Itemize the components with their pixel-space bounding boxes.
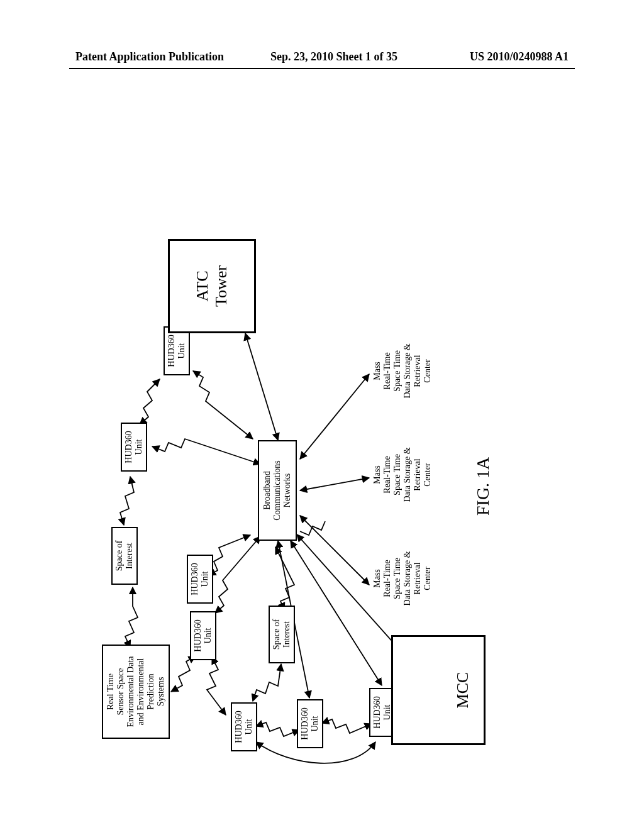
he-l2: Unit — [200, 572, 210, 587]
node-hud360-a: HUD360 Unit — [121, 423, 147, 472]
m2-l4: Data Storage & — [402, 437, 413, 512]
hatc-l2: Unit — [177, 343, 187, 359]
m1-l6: Center — [423, 541, 433, 616]
rt-l4: and Environmental — [136, 658, 146, 726]
hb-l2: Unit — [203, 628, 213, 644]
hd-l2: Unit — [310, 716, 320, 732]
node-mcc: MCC — [391, 635, 486, 745]
hmcc-l1: HUD360 — [372, 696, 382, 728]
rt-l6: Systems — [156, 677, 166, 707]
diagram-canvas: Real Time Sensor Space Environmental Dat… — [83, 119, 561, 811]
soi1-l2: Interest — [125, 543, 135, 569]
bb-l2: Communications — [272, 460, 282, 521]
soi1-l1: Space of — [114, 541, 125, 572]
hb-l1: HUD360 — [193, 619, 203, 651]
node-hud360-d: HUD360 Unit — [297, 699, 323, 748]
node-hud360-b: HUD360 Unit — [190, 611, 216, 660]
header-left: Patent Application Publication — [75, 50, 224, 64]
node-mass-2: Mass Real-Time Space Time Data Storage &… — [372, 437, 433, 512]
m2-l5: Retrieval — [413, 437, 423, 512]
m2-l6: Center — [423, 437, 433, 512]
he-l1: HUD360 — [190, 563, 200, 595]
page: Patent Application Publication Sep. 23, … — [0, 0, 644, 830]
node-hud360-atc: HUD360 Unit — [164, 326, 190, 375]
atc-l1: ATC — [193, 270, 212, 301]
m3-l1: Mass — [372, 333, 382, 409]
m3-l4: Data Storage & — [402, 333, 413, 409]
node-mass-3: Mass Real-Time Space Time Data Storage &… — [372, 333, 433, 409]
rt-l5: Prediction — [146, 673, 156, 710]
m2-l3: Space Time — [392, 437, 402, 512]
node-hud360-e: HUD360 Unit — [187, 555, 213, 604]
m2-l2: Real-Time — [382, 437, 392, 512]
m1-l4: Data Storage & — [402, 541, 413, 616]
m3-l6: Center — [423, 333, 433, 409]
hd-l1: HUD360 — [300, 707, 310, 739]
node-broadband: Broadband Communications Networks — [258, 440, 297, 541]
atc-l2: Tower — [212, 265, 231, 307]
m3-l2: Real-Time — [382, 333, 392, 409]
header-rule — [69, 68, 575, 69]
m3-l3: Space Time — [392, 333, 402, 409]
mcc-label: MCC — [453, 672, 472, 709]
m2-l1: Mass — [372, 437, 382, 512]
ha-l1: HUD360 — [124, 431, 134, 463]
header-center: Sep. 23, 2010 Sheet 1 of 35 — [270, 50, 397, 64]
header-right: US 2010/0240988 A1 — [470, 50, 569, 64]
rt-l1: Real Time — [106, 673, 116, 710]
bb-l3: Networks — [282, 473, 292, 507]
soi2-l1: Space of — [272, 619, 282, 650]
hatc-l1: HUD360 — [167, 335, 177, 367]
bb-l1: Broadband — [262, 471, 272, 509]
m3-l5: Retrieval — [413, 333, 423, 409]
m1-l5: Retrieval — [413, 541, 423, 616]
header-row: Patent Application Publication Sep. 23, … — [0, 50, 644, 69]
m1-l2: Real-Time — [382, 541, 392, 616]
hc-l2: Unit — [244, 719, 254, 735]
hc-l1: HUD360 — [234, 711, 244, 743]
node-space-interest-2: Space of Interest — [269, 606, 295, 663]
figure-label: FIG. 1A — [473, 457, 493, 516]
node-hud360-c: HUD360 Unit — [231, 702, 257, 751]
rt-l3: Environmental Data — [126, 656, 136, 727]
node-mass-1: Mass Real-Time Space Time Data Storage &… — [372, 541, 433, 616]
m1-l3: Space Time — [392, 541, 402, 616]
node-space-interest-1: Space of Interest — [111, 527, 138, 585]
m1-l1: Mass — [372, 541, 382, 616]
node-atc-tower: ATC Tower — [168, 239, 256, 333]
soi2-l2: Interest — [282, 621, 292, 648]
ha-l2: Unit — [134, 440, 144, 455]
rt-l2: Sensor Space — [116, 668, 126, 715]
node-rt-sensor: Real Time Sensor Space Environmental Dat… — [102, 645, 170, 739]
